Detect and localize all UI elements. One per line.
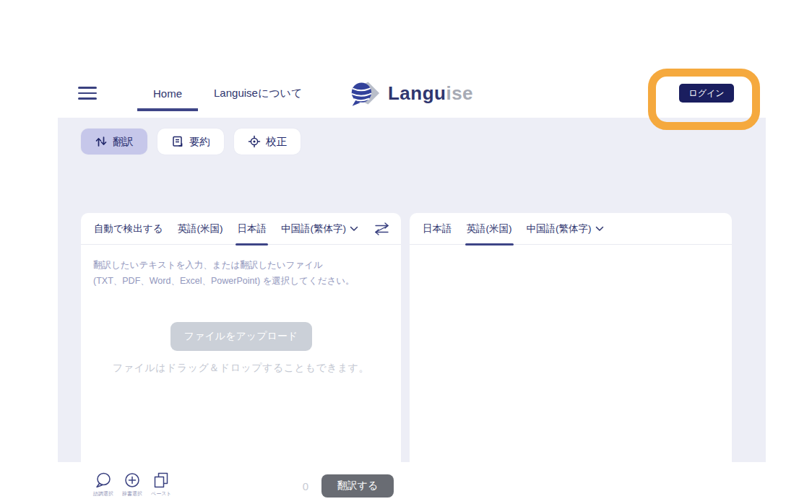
- source-lang-tab-auto[interactable]: 自動で検出する: [94, 213, 163, 245]
- mode-tab-translate[interactable]: 翻訳: [81, 129, 147, 155]
- hamburger-menu-icon[interactable]: [78, 87, 97, 100]
- main-area: 翻訳 要約: [58, 118, 766, 462]
- char-count: 0: [303, 480, 308, 492]
- tone-select-button[interactable]: 語調選択: [93, 472, 113, 498]
- source-lang-tab-english-label: 英語(米国): [177, 222, 223, 235]
- languise-logo: Languise: [350, 79, 473, 107]
- upload-file-button[interactable]: ファイルをアップロード: [170, 322, 312, 351]
- swap-languages-icon[interactable]: [373, 222, 392, 236]
- dictionary-select-button[interactable]: 辞書選択: [122, 472, 142, 498]
- source-placeholder-line2: (TXT、PDF、Word、Excel、PowerPoint) を選択してくださ…: [93, 274, 386, 290]
- source-panel: 自動で検出する 英語(米国) 日本語 中国語(繁体字): [81, 213, 401, 504]
- proofread-target-icon: [248, 135, 261, 148]
- target-language-tabs: 日本語 英語(米国) 中国語(繁体字): [410, 213, 732, 245]
- mode-tabs: 翻訳 要約: [81, 129, 301, 155]
- source-lang-tab-chinese-label: 中国語(繁体字): [281, 222, 346, 235]
- source-placeholder-line1: 翻訳したいテキストを入力、または翻訳したいファイル: [93, 258, 386, 274]
- mode-tab-translate-label: 翻訳: [113, 135, 134, 149]
- navbar: Home Languiseについて Languise ログイン: [58, 69, 766, 118]
- translate-arrows-icon: [95, 135, 108, 148]
- speech-bubble-icon: [95, 472, 112, 489]
- tone-select-label: 語調選択: [93, 490, 113, 498]
- login-button[interactable]: ログイン: [679, 84, 734, 103]
- mode-tab-summary[interactable]: 要約: [157, 129, 224, 155]
- target-lang-tab-japanese-label: 日本語: [423, 222, 452, 235]
- source-placeholder: 翻訳したいテキストを入力、または翻訳したいファイル (TXT、PDF、Word、…: [93, 258, 386, 290]
- languise-logo-icon: [350, 79, 381, 107]
- source-lang-tab-auto-label: 自動で検出する: [94, 222, 163, 235]
- page: Home Languiseについて Languise ログイン: [58, 69, 766, 462]
- mode-tab-proofread-label: 校正: [266, 135, 287, 149]
- logo-text-secondary: ise: [446, 82, 473, 104]
- translate-button[interactable]: 翻訳する: [321, 474, 394, 498]
- target-lang-tab-chinese-label: 中国語(繁体字): [527, 222, 592, 235]
- summary-document-icon: [171, 135, 184, 148]
- target-lang-tab-english[interactable]: 英語(米国): [467, 213, 512, 245]
- source-footer: 語調選択 辞書選択: [93, 472, 394, 498]
- source-lang-tab-japanese-label: 日本語: [237, 222, 267, 235]
- nav-link-about-label: Languiseについて: [214, 87, 302, 100]
- logo-text-primary: Langu: [388, 82, 446, 104]
- nav-link-home[interactable]: Home: [137, 69, 198, 118]
- chevron-down-icon: [350, 226, 358, 232]
- source-lang-tab-english[interactable]: 英語(米国): [177, 213, 223, 245]
- mode-tab-summary-label: 要約: [189, 135, 210, 149]
- mode-tab-proofread[interactable]: 校正: [234, 129, 301, 155]
- source-lang-tab-chinese[interactable]: 中国語(繁体字): [281, 213, 358, 245]
- languise-logo-text: Languise: [388, 82, 473, 105]
- active-nav-underline: [137, 108, 198, 111]
- paste-label: ペースト: [151, 490, 172, 498]
- target-panel: 日本語 英語(米国) 中国語(繁体字): [410, 213, 732, 504]
- target-lang-tab-english-label: 英語(米国): [467, 222, 512, 235]
- plus-circle-icon: [124, 472, 141, 489]
- target-lang-tab-chinese[interactable]: 中国語(繁体字): [527, 213, 604, 245]
- chevron-down-icon: [595, 226, 604, 232]
- translation-panels: 自動で検出する 英語(米国) 日本語 中国語(繁体字): [81, 213, 732, 504]
- source-lang-tab-japanese[interactable]: 日本語: [237, 213, 267, 245]
- nav-link-home-label: Home: [153, 87, 182, 100]
- nav-link-about[interactable]: Languiseについて: [198, 69, 318, 118]
- source-language-tabs: 自動で検出する 英語(米国) 日本語 中国語(繁体字): [81, 213, 401, 245]
- target-lang-tab-japanese[interactable]: 日本語: [423, 213, 452, 245]
- paste-icon: [152, 472, 170, 489]
- dragdrop-hint: ファイルはドラッグ＆ドロップすることもできます。: [81, 362, 401, 375]
- dictionary-select-label: 辞書選択: [122, 490, 142, 498]
- paste-button[interactable]: ペースト: [151, 472, 172, 498]
